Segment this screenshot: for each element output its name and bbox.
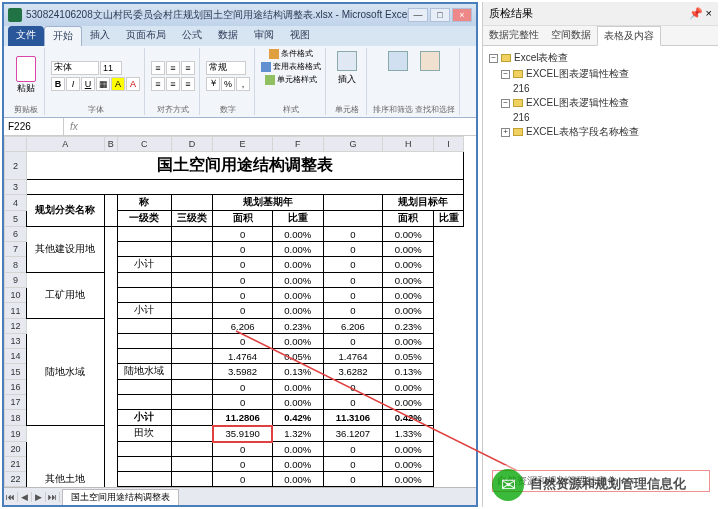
tab-view[interactable]: 视图 <box>282 26 318 46</box>
group-font: B I U ▦ A A 字体 <box>47 48 145 115</box>
result-tree[interactable]: −Excel表检查 −EXCEL图表逻辑性检查 216 −EXCEL图表逻辑性检… <box>483 46 718 507</box>
tab-pagelayout[interactable]: 页面布局 <box>118 26 174 46</box>
worksheet-area[interactable]: ABC DEF GHI 2国土空间用途结构调整表34 规划分类名称 称 规划基期… <box>4 136 476 487</box>
tab-formulas[interactable]: 公式 <box>174 26 210 46</box>
currency-button[interactable]: ￥ <box>206 77 220 91</box>
sheet-tab-active[interactable]: 国土空间用途结构调整表 <box>62 489 179 505</box>
maximize-button[interactable]: □ <box>430 8 450 22</box>
worksheet[interactable]: ABC DEF GHI 2国土空间用途结构调整表34 规划分类名称 称 规划基期… <box>4 136 464 487</box>
panel-titlebar: 质检结果 📌 × <box>483 2 718 26</box>
tab-insert[interactable]: 插入 <box>82 26 118 46</box>
align-center[interactable]: ≡ <box>166 77 180 91</box>
insert-button[interactable]: 插入 <box>332 51 362 101</box>
number-format[interactable] <box>206 61 246 75</box>
paste-button[interactable]: 粘贴 <box>12 51 40 101</box>
group-align: ≡ ≡ ≡ ≡ ≡ ≡ 对齐方式 <box>147 48 200 115</box>
group-number: ￥ % , 数字 <box>202 48 255 115</box>
paste-icon <box>16 56 36 82</box>
tree-leaf-2[interactable]: 216 <box>489 111 712 124</box>
panel-tab-integrity[interactable]: 数据完整性 <box>483 26 545 45</box>
bold-button[interactable]: B <box>51 77 65 91</box>
sheet-nav-prev[interactable]: ◀ <box>18 492 32 502</box>
name-box[interactable]: F226 <box>4 118 64 135</box>
sheet-tabs: ⏮ ◀ ▶ ⏭ 国土空间用途结构调整表 <box>4 487 476 505</box>
titlebar: 530824106208文山村民委员会村庄规划国土空间用途结构调整表.xlsx … <box>4 4 476 26</box>
group-edit: 排序和筛选 查找和选择 <box>369 48 460 115</box>
tree-node-1[interactable]: −EXCEL图表逻辑性检查 <box>489 66 712 82</box>
group-clipboard: 粘贴 剪贴板 <box>8 48 45 115</box>
panel-tab-content[interactable]: 表格及内容 <box>597 26 661 46</box>
align-mid[interactable]: ≡ <box>166 61 180 75</box>
tree-leaf-1[interactable]: 216 <box>489 82 712 95</box>
sheet-nav-last[interactable]: ⏭ <box>46 492 60 502</box>
tree-node-3[interactable]: +EXCEL表格字段名称检查 <box>489 124 712 140</box>
group-cells: 插入 单元格 <box>328 48 367 115</box>
ribbon: 粘贴 剪贴板 B I U ▦ A A <box>4 46 476 118</box>
window-title: 530824106208文山村民委员会村庄规划国土空间用途结构调整表.xlsx … <box>26 8 408 22</box>
panel-tab-spatial[interactable]: 空间数据 <box>545 26 597 45</box>
panel-close-button[interactable]: × <box>706 7 712 19</box>
excel-window: 530824106208文山村民委员会村庄规划国土空间用途结构调整表.xlsx … <box>2 2 478 507</box>
close-button[interactable]: × <box>452 8 472 22</box>
cell-style-button[interactable]: 单元格样式 <box>265 74 317 85</box>
tree-node-2[interactable]: −EXCEL图表逻辑性检查 <box>489 95 712 111</box>
border-button[interactable]: ▦ <box>96 77 110 91</box>
percent-button[interactable]: % <box>221 77 235 91</box>
font-name-input[interactable] <box>51 61 99 75</box>
group-style: 条件格式 套用表格格式 单元格样式 样式 <box>257 48 326 115</box>
align-right[interactable]: ≡ <box>181 77 195 91</box>
pin-icon[interactable]: 📌 <box>689 7 703 19</box>
file-tab[interactable]: 文件 <box>8 26 44 46</box>
minimize-button[interactable]: — <box>408 8 428 22</box>
panel-tabs: 数据完整性 空间数据 表格及内容 <box>483 26 718 46</box>
qc-panel: 质检结果 📌 × 数据完整性 空间数据 表格及内容 −Excel表检查 −EXC… <box>482 2 718 507</box>
cond-format-button[interactable]: 条件格式 <box>269 48 313 59</box>
fillcolor-button[interactable]: A <box>111 77 125 91</box>
formula-bar: F226 fx <box>4 118 476 136</box>
sheet-nav-next[interactable]: ▶ <box>32 492 46 502</box>
tab-home[interactable]: 开始 <box>44 26 82 46</box>
fx-icon[interactable]: fx <box>64 121 84 132</box>
align-bot[interactable]: ≡ <box>181 61 195 75</box>
excel-icon <box>8 8 22 22</box>
fontcolor-button[interactable]: A <box>126 77 140 91</box>
callout-text: 自然资源和规划管理信息化 <box>497 474 617 488</box>
underline-button[interactable]: U <box>81 77 95 91</box>
align-left[interactable]: ≡ <box>151 77 165 91</box>
tree-root[interactable]: −Excel表检查 <box>489 50 712 66</box>
find-select-button[interactable] <box>415 51 445 101</box>
comma-button[interactable]: , <box>236 77 250 91</box>
callout-box: 自然资源和规划管理信息化 <box>492 470 710 492</box>
italic-button[interactable]: I <box>66 77 80 91</box>
tab-review[interactable]: 审阅 <box>246 26 282 46</box>
font-size-input[interactable] <box>100 61 122 75</box>
ribbon-tabs: 文件 开始 插入 页面布局 公式 数据 审阅 视图 <box>4 26 476 46</box>
panel-title-text: 质检结果 <box>489 6 533 21</box>
sheet-nav-first[interactable]: ⏮ <box>4 492 18 502</box>
sort-filter-button[interactable] <box>383 51 413 101</box>
tab-data[interactable]: 数据 <box>210 26 246 46</box>
align-top[interactable]: ≡ <box>151 61 165 75</box>
as-table-button[interactable]: 套用表格格式 <box>261 61 321 72</box>
